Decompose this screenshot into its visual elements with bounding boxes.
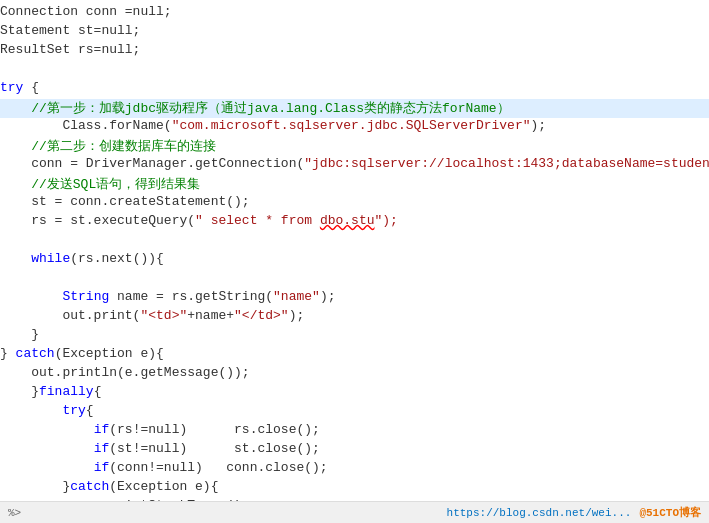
code-line: Statement st=null; — [0, 23, 709, 42]
line-content: if(st!=null) st.close(); — [0, 441, 707, 456]
line-content: conn = DriverManager.getConnection("jdbc… — [0, 156, 709, 171]
line-content: //第一步：加载jdbc驱动程序（通过java.lang.Class类的静态方法… — [0, 99, 707, 117]
code-line: if(conn!=null) conn.close(); — [0, 460, 709, 479]
line-content — [0, 61, 707, 76]
footer-left: %> — [8, 507, 21, 519]
line-content: } — [0, 327, 707, 342]
code-line: Class.forName("com.microsoft.sqlserver.j… — [0, 118, 709, 137]
line-content: try{ — [0, 403, 707, 418]
code-line: out.println(e.getMessage()); — [0, 365, 709, 384]
line-content: st = conn.createStatement(); — [0, 194, 707, 209]
line-content: try { — [0, 80, 707, 95]
line-content: while(rs.next()){ — [0, 251, 707, 266]
code-line: conn = DriverManager.getConnection("jdbc… — [0, 156, 709, 175]
line-content: //第二步：创建数据库车的连接 — [0, 137, 707, 155]
code-line: } — [0, 327, 709, 346]
code-line: rs = st.executeQuery(" select * from dbo… — [0, 213, 709, 232]
code-line: String name = rs.getString("name"); — [0, 289, 709, 308]
line-content: //发送SQL语句，得到结果集 — [0, 175, 707, 193]
line-content: out.print("<td>"+name+"</td>"); — [0, 308, 707, 323]
code-line: out.print("<td>"+name+"</td>"); — [0, 308, 709, 327]
line-content: Class.forName("com.microsoft.sqlserver.j… — [0, 118, 707, 133]
code-line: }finally{ — [0, 384, 709, 403]
line-content: Statement st=null; — [0, 23, 707, 38]
code-line: //第一步：加载jdbc驱动程序（通过java.lang.Class类的静态方法… — [0, 99, 709, 118]
code-line: Connection conn =null; — [0, 4, 709, 23]
code-line: try { — [0, 80, 709, 99]
code-line: //第二步：创建数据库车的连接 — [0, 137, 709, 156]
code-line — [0, 232, 709, 251]
code-line — [0, 270, 709, 289]
line-content: rs = st.executeQuery(" select * from dbo… — [0, 213, 707, 228]
line-content: Connection conn =null; — [0, 4, 707, 19]
line-content: }catch(Exception e){ — [0, 479, 707, 494]
code-line: st = conn.createStatement(); — [0, 194, 709, 213]
line-content: if(rs!=null) rs.close(); — [0, 422, 707, 437]
code-line: }catch(Exception e){ — [0, 479, 709, 498]
code-area: Connection conn =null;Statement st=null;… — [0, 0, 709, 523]
line-content: }finally{ — [0, 384, 707, 399]
code-line: } catch(Exception e){ — [0, 346, 709, 365]
code-line: ResultSet rs=null; — [0, 42, 709, 61]
code-line: if(rs!=null) rs.close(); — [0, 422, 709, 441]
code-line: //发送SQL语句，得到结果集 — [0, 175, 709, 194]
footer: %> https://blog.csdn.net/wei... @51CTO博客 — [0, 501, 709, 523]
footer-url: https://blog.csdn.net/wei... — [447, 507, 632, 519]
line-content — [0, 232, 707, 247]
code-line — [0, 61, 709, 80]
code-line: while(rs.next()){ — [0, 251, 709, 270]
code-line: if(st!=null) st.close(); — [0, 441, 709, 460]
line-content: String name = rs.getString("name"); — [0, 289, 707, 304]
line-content: if(conn!=null) conn.close(); — [0, 460, 707, 475]
footer-tag: %> — [8, 507, 21, 519]
line-content: } catch(Exception e){ — [0, 346, 707, 361]
line-content — [0, 270, 707, 285]
footer-watermark: @51CTO博客 — [639, 505, 701, 520]
line-content: out.println(e.getMessage()); — [0, 365, 707, 380]
code-line: try{ — [0, 403, 709, 422]
line-content: ResultSet rs=null; — [0, 42, 707, 57]
